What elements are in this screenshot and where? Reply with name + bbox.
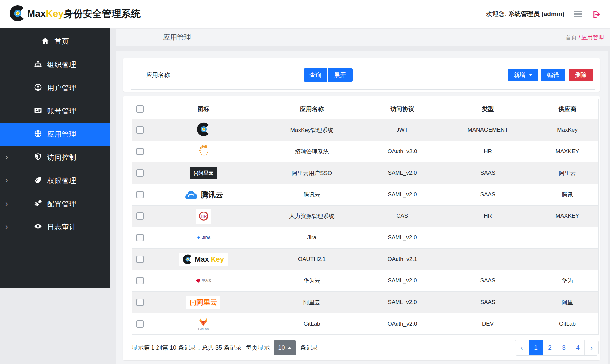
row-checkbox[interactable] — [136, 126, 144, 134]
search-card: 应用名称 查询 展开 新增 编辑 删除 — [123, 58, 600, 92]
sidebar-item-label: 配置管理 — [47, 199, 77, 209]
row-checkbox[interactable] — [136, 234, 144, 241]
row-checkbox[interactable] — [136, 148, 144, 155]
app-type-cell: MANAGEMENT — [440, 119, 536, 141]
app-type-cell: SAAS — [440, 270, 536, 292]
delete-button[interactable]: 删除 — [569, 69, 593, 81]
breadcrumb-separator: / — [579, 34, 580, 41]
app-vendor-cell: 阿里 — [536, 292, 599, 313]
app-vendor-cell: GitLab — [536, 313, 599, 335]
table-row[interactable]: (-)阿里云 阿里云 SAML_v2.0 SAAS 阿里 — [132, 292, 599, 313]
table-row[interactable]: MaxKey管理系统 JWT MANAGEMENT MaxKey — [132, 119, 599, 141]
header-right: 欢迎您: 系统管理员 (admin) — [486, 9, 601, 19]
menu-toggle-icon[interactable] — [574, 9, 582, 19]
maxkey-brand-logo-icon — [9, 5, 26, 23]
eye-icon — [34, 222, 42, 232]
app-protocol-cell: SAML_v2.0 — [365, 227, 440, 249]
expand-chevron-icon: › — [5, 152, 8, 162]
app-icon-cell: (-)阿里云 — [149, 163, 258, 183]
shield-icon — [34, 153, 42, 162]
table-row[interactable]: GitLab GitLab OAuth_v2.0 DEV GitLab — [132, 313, 599, 335]
top-header: MaxKey身份安全管理系统 欢迎您: 系统管理员 (admin) — [0, 0, 610, 28]
page-list: ‹ 1234› — [515, 340, 599, 356]
app-type-cell: SAAS — [440, 184, 536, 206]
user-circle-icon — [34, 83, 42, 92]
table-row[interactable]: (-)阿里云 阿里云用户SSO SAML_v2.0 SAAS 阿里云 — [132, 162, 599, 184]
page-number-button[interactable]: 2 — [543, 340, 557, 355]
sidebar-item-config[interactable]: › 配置管理 — [0, 192, 110, 215]
welcome-text: 欢迎您: 系统管理员 (admin) — [486, 10, 564, 18]
logout-icon[interactable] — [592, 10, 601, 19]
app-name-cell: GitLab — [259, 313, 365, 335]
caret-up-icon — [288, 347, 291, 349]
add-button[interactable]: 新增 — [508, 69, 538, 81]
table-row[interactable]: 腾讯云 腾讯云 SAML_v2.0 SAAS 腾讯 — [132, 184, 599, 206]
home-icon — [41, 37, 49, 46]
app-icon-cell: JIRA — [149, 227, 258, 248]
row-checkbox[interactable] — [136, 212, 144, 220]
app-protocol-cell: SAML_v2.0 — [365, 270, 440, 292]
sidebar-item-perm[interactable]: › 权限管理 — [0, 169, 110, 192]
expand-chevron-icon: › — [5, 222, 8, 231]
brand: MaxKey身份安全管理系统 — [9, 5, 141, 23]
table-row[interactable]: 招聘管理系统 OAuth_v2.0 HR MAXKEY — [132, 141, 599, 162]
row-checkbox[interactable] — [136, 320, 144, 328]
app-vendor-cell: MAXKEY — [536, 141, 599, 162]
per-page-suffix: 条记录 — [300, 344, 318, 352]
app-protocol-cell: JWT — [365, 119, 440, 141]
page-number-button[interactable]: 3 — [557, 340, 571, 355]
breadcrumb-home-link[interactable]: 首页 — [566, 34, 577, 41]
column-header-name: 应用名称 — [259, 99, 365, 119]
app-type-cell: DEV — [440, 313, 536, 335]
app-name-input[interactable] — [187, 69, 304, 81]
app-vendor-cell — [536, 227, 599, 249]
row-checkbox[interactable] — [136, 169, 144, 177]
app-icon-cell: MaxKey — [149, 249, 258, 270]
sidebar-item-access[interactable]: › 访问控制 — [0, 146, 110, 169]
svg-text:HR: HR — [200, 214, 206, 219]
sidebar-item-log[interactable]: › 日志审计 — [0, 215, 110, 239]
collapsed-advanced-search — [131, 83, 595, 89]
app-type-cell — [440, 249, 536, 270]
query-button[interactable]: 查询 — [304, 68, 327, 82]
next-page-button[interactable]: › — [584, 340, 598, 355]
app-icon-cell: HR — [149, 206, 258, 226]
gears-icon — [33, 199, 42, 209]
per-page-dropdown[interactable]: 10 — [274, 340, 296, 355]
row-checkbox[interactable] — [136, 191, 144, 198]
breadcrumb-current: 应用管理 — [581, 34, 604, 41]
per-page-label: 每页显示 — [246, 344, 270, 352]
gitlab-logo-icon: GitLab — [198, 317, 209, 331]
content-panel: 应用名称 查询 展开 新增 编辑 删除 — [116, 51, 608, 364]
table-row[interactable]: MaxKey OAUTH2.1 OAuth_v2.1 — [132, 249, 599, 270]
sidebar-item-account[interactable]: 账号管理 — [0, 99, 110, 123]
app-protocol-cell: CAS — [365, 206, 440, 227]
table-row[interactable]: JIRA Jira SAML_v2.0 — [132, 227, 599, 249]
sidebar-item-app[interactable]: 应用管理 — [0, 123, 110, 146]
sidebar-item-home[interactable]: 首页 — [0, 30, 110, 53]
brand-title: MaxKey身份安全管理系统 — [27, 7, 141, 21]
leaf-icon — [34, 176, 42, 185]
app-type-cell: SAAS — [440, 162, 536, 184]
app-protocol-cell: OAuth_v2.1 — [365, 249, 440, 270]
pagination-bar: 显示第 1 到第 10 条记录，总共 35 条记录 每页显示 10 条记录 ‹ … — [132, 340, 599, 356]
expand-button[interactable]: 展开 — [328, 68, 353, 82]
table-row[interactable]: 华为云 华为云 SAML_v2.0 SAAS 华为 — [132, 270, 599, 292]
sidebar-item-user[interactable]: 用户管理 — [0, 76, 110, 99]
app-icon-cell: (-)阿里云 — [149, 292, 258, 313]
page-number-button[interactable]: 4 — [571, 340, 584, 355]
row-checkbox[interactable] — [136, 256, 144, 263]
app-name-cell: 人力资源管理系统 — [259, 206, 365, 227]
edit-button[interactable]: 编辑 — [541, 69, 565, 81]
table-row[interactable]: HR 人力资源管理系统 CAS HR MAXKEY — [132, 206, 599, 227]
sidebar-item-org[interactable]: 组织管理 — [0, 53, 110, 76]
page-number-button[interactable]: 1 — [529, 340, 543, 355]
prev-page-button[interactable]: ‹ — [515, 340, 529, 355]
row-checkbox[interactable] — [136, 299, 144, 306]
caret-down-icon — [529, 74, 532, 76]
row-checkbox[interactable] — [136, 277, 144, 284]
select-all-checkbox[interactable] — [136, 105, 144, 113]
sidebar: 首页 组织管理 用户管理 账号管理 应用管理 › 访问控制 › 权限管理 › 配… — [0, 28, 110, 288]
select-all-header — [132, 99, 148, 119]
app-name-cell: OAUTH2.1 — [259, 249, 365, 270]
